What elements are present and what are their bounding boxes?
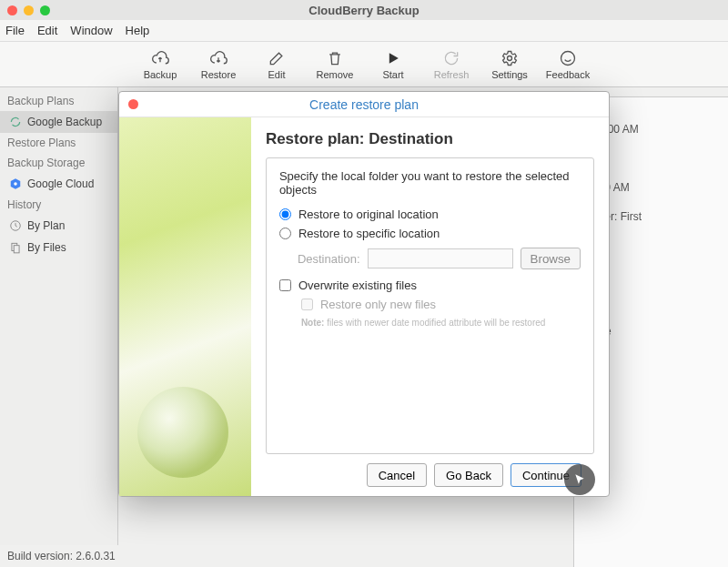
menu-file[interactable]: File <box>5 24 25 37</box>
svg-point-2 <box>14 182 17 186</box>
note-label: Note: <box>301 318 325 328</box>
sidebar-section-backup-storage: Backup Storage <box>0 153 117 173</box>
sidebar-section-backup-plans: Backup Plans <box>0 91 117 111</box>
sidebar-item-label: By Plan <box>27 219 65 232</box>
sidebar-item-by-plan[interactable]: By Plan <box>0 215 117 237</box>
sidebar-section-history: History <box>0 195 117 215</box>
cloud-up-icon <box>151 49 169 67</box>
toolbar-backup-label: Backup <box>144 69 177 80</box>
checkbox-label: Restore only new files <box>320 298 436 311</box>
checkbox-only-new-input <box>301 299 313 310</box>
sidebar-item-by-files[interactable]: By Files <box>0 237 117 258</box>
toolbar-backup[interactable]: Backup <box>140 49 180 80</box>
radio-restore-original-input[interactable] <box>279 208 291 220</box>
dialog-title: Create restore plan <box>119 97 609 112</box>
toolbar-remove[interactable]: Remove <box>315 49 355 80</box>
toolbar-edit-label: Edit <box>268 69 286 80</box>
svg-point-1 <box>561 51 575 65</box>
cancel-button[interactable]: Cancel <box>367 463 427 487</box>
menu-edit[interactable]: Edit <box>37 24 57 37</box>
toolbar-settings-label: Settings <box>491 69 528 80</box>
toolbar-refresh: Refresh <box>431 49 471 80</box>
go-back-button[interactable]: Go Back <box>434 463 503 487</box>
wizard-description: Specify the local folder you want to res… <box>279 169 581 197</box>
radio-restore-specific-input[interactable] <box>279 228 291 239</box>
dialog-footer: Cancel Go Back Continue <box>266 454 594 496</box>
destination-input <box>368 248 513 268</box>
menu-window[interactable]: Window <box>70 24 112 37</box>
toolbar-feedback-label: Feedback <box>546 69 590 80</box>
toolbar-refresh-label: Refresh <box>434 69 470 80</box>
radio-restore-specific[interactable]: Restore to specific location <box>279 227 581 240</box>
close-window-icon[interactable] <box>7 5 17 15</box>
toolbar-restore-label: Restore <box>201 69 237 80</box>
wizard-heading: Restore plan: Destination <box>266 130 594 148</box>
toolbar: Backup Restore Edit Remove Start Refresh… <box>0 42 728 87</box>
files-icon <box>9 241 22 254</box>
sidebar: Backup Plans Google Backup Restore Plans… <box>0 87 118 545</box>
sidebar-item-google-cloud[interactable]: Google Cloud <box>0 173 117 195</box>
sidebar-item-google-backup[interactable]: Google Backup <box>0 111 117 133</box>
refresh-icon <box>442 49 460 67</box>
cloud-down-icon <box>209 49 228 67</box>
svg-point-0 <box>508 56 512 60</box>
menu-bar: File Edit Window Help <box>0 20 728 42</box>
dialog-titlebar: Create restore plan <box>119 92 609 117</box>
toolbar-restore[interactable]: Restore <box>198 49 238 80</box>
svg-rect-5 <box>14 246 19 253</box>
toolbar-start-label: Start <box>382 69 403 80</box>
note-text: Note: files with newer date modified att… <box>301 317 581 329</box>
smiley-icon <box>559 49 577 67</box>
destination-label: Destination: <box>298 252 360 266</box>
toolbar-feedback[interactable]: Feedback <box>548 49 588 80</box>
maximize-window-icon[interactable] <box>40 5 50 15</box>
radio-restore-original[interactable]: Restore to original location <box>279 208 581 221</box>
window-titlebar: CloudBerry Backup <box>0 0 728 20</box>
play-icon <box>384 49 402 67</box>
toolbar-start[interactable]: Start <box>373 49 413 80</box>
close-dialog-icon[interactable] <box>128 99 138 109</box>
sidebar-item-label: Google Backup <box>27 116 102 128</box>
wizard-sidebar-image <box>119 117 251 496</box>
radio-label: Restore to original location <box>298 208 439 221</box>
menu-help[interactable]: Help <box>126 24 150 37</box>
toolbar-remove-label: Remove <box>317 69 354 80</box>
trash-icon <box>326 49 344 67</box>
create-restore-plan-dialog: Create restore plan Restore plan: Destin… <box>118 91 610 497</box>
sidebar-section-restore-plans: Restore Plans <box>0 133 117 153</box>
note-body: files with newer date modified attribute… <box>327 318 545 328</box>
wizard-panel: Specify the local folder you want to res… <box>266 157 594 454</box>
cloud-sync-icon <box>9 116 22 128</box>
build-version: Build version: 2.6.0.31 <box>7 550 116 562</box>
toolbar-edit[interactable]: Edit <box>257 49 297 80</box>
hexagon-icon <box>9 177 22 190</box>
gear-icon <box>500 49 519 67</box>
clock-icon <box>9 219 22 232</box>
browse-button: Browse <box>521 248 581 269</box>
continue-button[interactable]: Continue <box>511 463 581 487</box>
toolbar-settings[interactable]: Settings <box>490 49 530 80</box>
sidebar-item-label: Google Cloud <box>27 177 94 190</box>
pencil-icon <box>268 49 286 67</box>
sidebar-item-label: By Files <box>27 241 66 254</box>
app-title: CloudBerry Backup <box>0 4 728 17</box>
minimize-window-icon[interactable] <box>24 5 34 15</box>
checkbox-label: Overwrite existing files <box>298 278 417 292</box>
radio-label: Restore to specific location <box>298 227 440 240</box>
checkbox-overwrite-input[interactable] <box>279 279 291 291</box>
checkbox-only-new: Restore only new files <box>301 298 581 311</box>
checkbox-overwrite[interactable]: Overwrite existing files <box>279 278 581 292</box>
